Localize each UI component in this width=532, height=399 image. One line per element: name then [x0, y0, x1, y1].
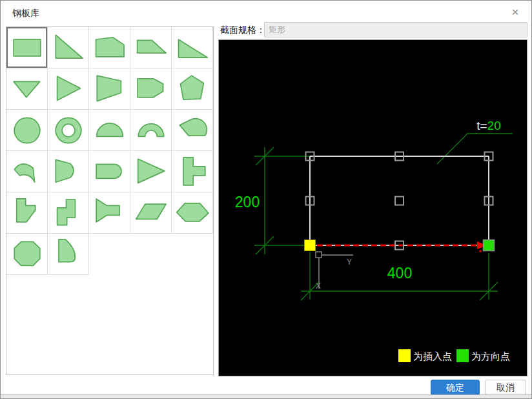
shape-cell-rectangle[interactable] [6, 27, 48, 68]
legend-insert-label: 为插入点 [413, 351, 452, 362]
ring-icon [50, 112, 87, 149]
shape-cell-right-triangle-steep[interactable] [48, 27, 89, 68]
triangle-right-solid-icon [132, 153, 170, 190]
dim-width-label: 400 [387, 265, 412, 281]
shape-cell-circle[interactable] [6, 110, 48, 151]
shape-cell-funnel[interactable] [89, 192, 130, 234]
shape-cell-parallelogram[interactable] [130, 192, 172, 234]
trapezoid-right-icon [91, 70, 128, 108]
thickness-label: t=20 [476, 119, 501, 132]
direction-point-marker [484, 240, 495, 251]
legend: 为插入点 为方向点 [398, 349, 510, 362]
section-rectangle [310, 156, 489, 245]
section-spec-label: 截面规格： [220, 25, 265, 36]
shape-cell-hexagon-elongated[interactable] [172, 192, 213, 234]
shape-cell-triangle-right[interactable] [48, 68, 89, 110]
shape-cell-notched-polygon[interactable] [6, 192, 48, 234]
shape-cell-half-circle[interactable] [89, 110, 130, 151]
ucs-x-label: X [316, 281, 321, 291]
right-triangle-wide-icon [174, 29, 211, 66]
shape-cell-rounded-end-rect[interactable] [89, 151, 130, 192]
parallelogram-icon [132, 194, 170, 232]
pentagon-icon [174, 70, 211, 108]
half-ring-icon [132, 112, 170, 149]
rounded-end-rect-icon [91, 153, 128, 190]
shape-cell-bullet[interactable] [48, 151, 89, 192]
legend-insert-swatch [398, 349, 411, 362]
triangle-right-icon [50, 70, 87, 108]
dialog-bottom-edge [1, 394, 531, 398]
shape-cell-half-ring[interactable] [130, 110, 172, 151]
ok-button[interactable]: 确定 [431, 380, 480, 395]
shape-cell-tee-right[interactable] [172, 151, 213, 192]
circle-icon [8, 112, 46, 149]
shape-grid [6, 27, 213, 275]
triangle-down-icon [8, 70, 46, 108]
legend-direction-label: 为方向点 [471, 351, 510, 362]
funnel-icon [91, 194, 128, 232]
right-triangle-steep-icon [50, 29, 87, 66]
close-icon[interactable]: × [507, 5, 524, 20]
shape-cell-ring[interactable] [48, 110, 89, 151]
circular-segment-icon [174, 112, 211, 149]
shape-cell-stair-shape[interactable] [48, 192, 89, 234]
shape-cell-arc-band[interactable] [6, 151, 48, 192]
hexagon-right-point-icon [132, 70, 170, 108]
octagon-icon [8, 236, 46, 273]
stair-shape-icon [50, 194, 87, 232]
tee-right-icon [174, 153, 211, 190]
top-trapezoid-icon [132, 29, 170, 66]
ucs-y-label: Y [347, 258, 352, 267]
shape-cell-trapezoid-right[interactable] [89, 68, 130, 110]
shape-cell-pentagon[interactable] [172, 68, 213, 110]
section-spec-input[interactable] [264, 22, 527, 37]
insertion-point-marker [305, 240, 316, 251]
shape-palette [6, 26, 214, 375]
arc-band-icon [8, 153, 46, 190]
shape-cell-hexagon-right-point[interactable] [130, 68, 172, 110]
shape-cell-triangle-down[interactable] [6, 68, 48, 110]
shape-cell-circular-segment[interactable] [172, 110, 213, 151]
shape-cell-top-trapezoid[interactable] [130, 27, 172, 68]
shape-cell-curved-wedge[interactable] [48, 234, 89, 275]
shape-cell-triangle-right-solid[interactable] [130, 151, 172, 192]
shape-cell-chamfered-plate[interactable] [89, 27, 130, 68]
dialog-title: 钢板库 [12, 8, 39, 19]
cancel-button[interactable]: 取消 [485, 380, 526, 395]
direction-arrow [317, 241, 487, 252]
half-circle-icon [91, 112, 128, 149]
dim-height-label: 200 [235, 194, 260, 210]
notched-polygon-icon [8, 194, 46, 232]
grip-handles [306, 152, 493, 250]
thickness-leader-line [437, 134, 513, 164]
hexagon-elongated-icon [174, 194, 211, 232]
shape-cell-octagon[interactable] [6, 234, 48, 275]
curved-wedge-icon [50, 236, 87, 273]
rectangle-icon [8, 29, 46, 66]
preview-canvas: 200 400 t=20 Y X [218, 39, 527, 376]
chamfered-plate-icon [91, 29, 128, 66]
steel-plate-library-dialog: 钢板库 × 截面规格： 200 400 [0, 0, 532, 399]
shape-cell-right-triangle-wide[interactable] [172, 27, 213, 68]
legend-direction-swatch [456, 349, 469, 362]
bullet-icon [50, 153, 87, 190]
section-preview-drawing: 200 400 t=20 Y X [219, 40, 527, 376]
